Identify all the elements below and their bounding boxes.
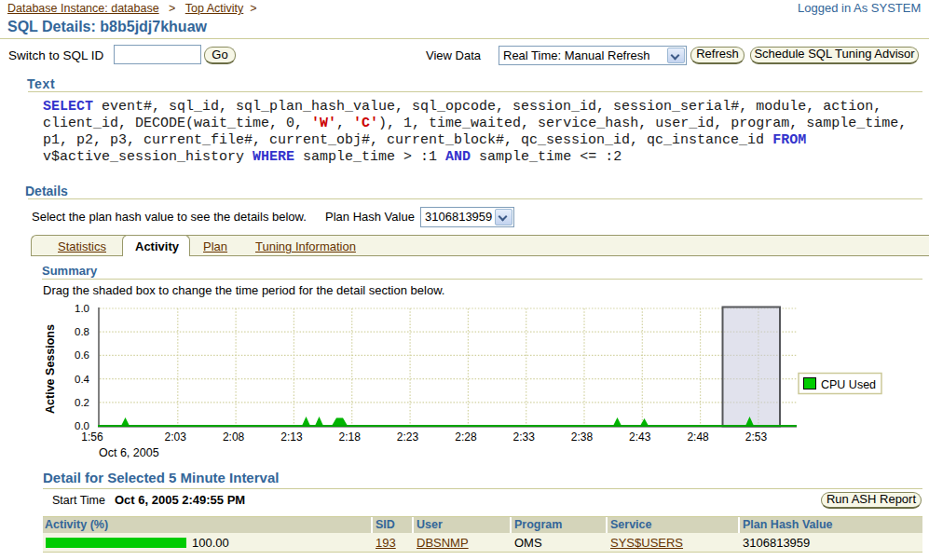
svg-text:1:56: 1:56 — [81, 430, 103, 444]
svg-text:2:33: 2:33 — [513, 430, 536, 444]
svg-text:2:03: 2:03 — [165, 430, 187, 444]
svg-text:2:43: 2:43 — [629, 430, 651, 444]
svg-text:2:08: 2:08 — [223, 430, 245, 444]
svg-text:2:53: 2:53 — [745, 430, 768, 444]
svg-text:2:38: 2:38 — [571, 430, 594, 444]
svg-text:Active Sessions: Active Sessions — [44, 324, 57, 414]
svg-text:Oct 6, 2005: Oct 6, 2005 — [99, 446, 159, 459]
svg-text:2:13: 2:13 — [280, 430, 303, 444]
svg-text:0.8: 0.8 — [75, 326, 89, 337]
svg-text:0.4: 0.4 — [75, 374, 90, 385]
svg-text:2:18: 2:18 — [339, 430, 362, 444]
svg-text:0.2: 0.2 — [75, 397, 89, 408]
svg-text:2:23: 2:23 — [397, 430, 419, 444]
svg-text:2:28: 2:28 — [455, 430, 477, 444]
svg-text:1.0: 1.0 — [75, 303, 89, 314]
svg-text:0.6: 0.6 — [75, 349, 89, 361]
svg-text:CPU Used: CPU Used — [821, 378, 876, 391]
svg-text:2:48: 2:48 — [687, 430, 709, 444]
